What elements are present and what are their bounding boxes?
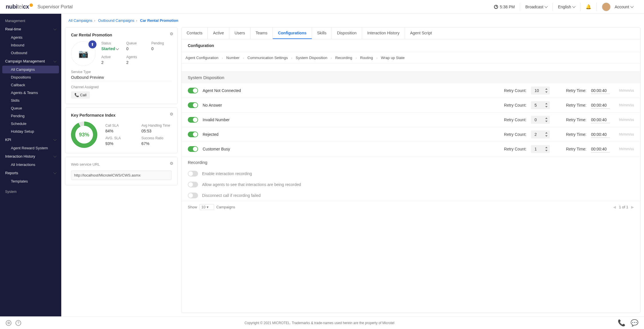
tab-skills[interactable]: Skills: [312, 28, 332, 39]
toggle[interactable]: [188, 102, 198, 108]
sidebar-item-pending[interactable]: Pending: [0, 112, 61, 120]
toggle[interactable]: [188, 132, 198, 137]
tab-active[interactable]: Active: [208, 28, 229, 39]
retry-time-input[interactable]: 00:00:40: [591, 146, 610, 152]
sidebar-item-agents-teams[interactable]: Agents & Teams: [0, 89, 61, 97]
sidebar-section-realtime[interactable]: Real-time: [0, 25, 61, 34]
disp-row-agent-not-connected: Agent Not Connected Retry Count: 10 Retr…: [181, 83, 640, 98]
help-icon[interactable]: ?: [15, 320, 21, 326]
toggle[interactable]: [188, 146, 198, 152]
toggle[interactable]: [188, 171, 198, 177]
language-label: English: [558, 5, 571, 9]
settings-icon[interactable]: ⚙: [6, 320, 11, 326]
subtab-number[interactable]: Number: [226, 56, 240, 60]
crumb-all[interactable]: All Campaigns: [68, 18, 92, 23]
page-size-select[interactable]: 10 ▾: [199, 204, 214, 210]
chat-icon[interactable]: 💬: [631, 319, 638, 327]
chevron-down-icon: [53, 171, 56, 174]
kpi-card: Key Performance Index ⚙ 93% Call SLA84% …: [65, 107, 178, 153]
section-label: Interaction History: [5, 154, 35, 158]
call-sla-label: Call SLA: [105, 124, 136, 128]
tab-contacts[interactable]: Contacts: [181, 28, 208, 39]
upload-icon[interactable]: ⬆: [88, 40, 96, 48]
time-format-hint: hh/mm/ss: [615, 147, 634, 151]
spacer: [181, 64, 640, 72]
show-label: Show: [188, 205, 197, 209]
sidebar-section-reports[interactable]: Reports: [0, 169, 61, 177]
sidebar-item-all-interactions[interactable]: All Interactions: [0, 161, 61, 169]
chevron-down-icon: [572, 5, 576, 8]
language-menu[interactable]: English: [552, 3, 580, 11]
subtab-routing[interactable]: Routing: [360, 56, 373, 60]
tab-disposition[interactable]: Disposition: [332, 28, 362, 39]
sidebar-item-agent-reward[interactable]: Agent Reward System: [0, 144, 61, 152]
next-page-button[interactable]: ▶: [631, 205, 634, 209]
account-menu[interactable]: Account: [596, 3, 638, 11]
disp-row-rejected: Rejected Retry Count: 2 Retry Time: 00:0…: [181, 127, 640, 142]
retry-count-stepper[interactable]: 10: [531, 87, 550, 95]
subtab-system-disposition[interactable]: System Disposition: [296, 56, 327, 60]
web-url-input[interactable]: [71, 171, 172, 180]
sidebar-item-holiday[interactable]: Holiday Setup: [0, 128, 61, 135]
chevron-down-icon: [53, 59, 56, 62]
sidebar-item-callback[interactable]: Callback: [0, 81, 61, 89]
channel-label: Channel Assigned: [71, 85, 172, 89]
sidebar-item-agents[interactable]: Agents: [0, 34, 61, 41]
disp-name: Agent Not Connected: [203, 88, 499, 93]
status-label: Status: [101, 41, 122, 45]
sidebar-section-history[interactable]: Interaction History: [0, 152, 61, 161]
page-indicator: 1 of 1: [619, 205, 628, 209]
gear-icon[interactable]: ⚙: [170, 32, 173, 36]
sidebar-item-inbound[interactable]: Inbound: [0, 41, 61, 49]
toggle[interactable]: [188, 193, 198, 198]
sidebar-item-all-campaigns[interactable]: All Campaigns: [2, 66, 59, 73]
prev-page-button[interactable]: ◀: [613, 205, 616, 209]
subtab-agent-config[interactable]: Agent Configuration: [185, 56, 218, 60]
agents-label: Agents: [126, 55, 147, 59]
retry-count-stepper[interactable]: 0: [531, 116, 550, 124]
retry-time-label: Retry Time:: [566, 147, 586, 151]
retry-time-input[interactable]: 00:00:40: [591, 131, 610, 138]
rec-row-allow-agents: Allow agents to see that interactions ar…: [181, 179, 640, 190]
tab-configurations[interactable]: Configurations: [273, 28, 312, 39]
sidebar-item-skills[interactable]: Skills: [0, 97, 61, 104]
sidebar-item-schedule[interactable]: Schedule: [0, 120, 61, 128]
rec-row-enable: Enable interaction recording: [181, 168, 640, 179]
subtab-comm-settings[interactable]: Communication Settings: [248, 56, 288, 60]
toggle[interactable]: [188, 88, 198, 93]
toggle[interactable]: [188, 117, 198, 123]
subtab-wrapup[interactable]: Wrap up State: [381, 56, 405, 60]
subtab-recording[interactable]: Recording: [335, 56, 352, 60]
gear-icon[interactable]: ⚙: [170, 161, 173, 166]
campaign-card: Car Rental Promotion ⚙ 📷⬆ StatusStarted …: [65, 27, 178, 104]
sidebar-item-outbound[interactable]: Outbound: [0, 49, 61, 57]
disp-name: Invalid Number: [203, 117, 499, 122]
tab-interaction-history[interactable]: Interaction History: [362, 28, 405, 39]
tab-users[interactable]: Users: [229, 28, 250, 39]
unit-label: Campaigns: [216, 205, 235, 209]
phone-icon[interactable]: 📞: [618, 319, 625, 327]
sidebar-item-queue[interactable]: Queue: [0, 104, 61, 112]
status-value[interactable]: Started: [101, 46, 122, 51]
retry-count-stepper[interactable]: 1: [531, 145, 550, 153]
tab-agent-script[interactable]: Agent Script: [405, 28, 437, 39]
retry-count-stepper[interactable]: 2: [531, 130, 550, 138]
conf-title: Configuration: [181, 39, 640, 52]
retry-time-input[interactable]: 00:00:40: [591, 87, 610, 94]
sidebar-item-templates[interactable]: Templates: [0, 177, 61, 185]
sidebar-item-dispositions[interactable]: Dispositions: [0, 73, 61, 81]
retry-time-input[interactable]: 00:00:40: [591, 102, 610, 109]
retry-time-input[interactable]: 00:00:40: [591, 117, 610, 123]
retry-count-label: Retry Count:: [504, 88, 527, 93]
notifications-button[interactable]: 🔔: [580, 3, 596, 11]
toggle[interactable]: [188, 182, 198, 187]
broadcast-menu[interactable]: Broadcast: [520, 3, 552, 11]
tab-teams[interactable]: Teams: [250, 28, 273, 39]
crumb-mid[interactable]: Outbound Campaigns: [98, 18, 134, 23]
campaign-image-placeholder[interactable]: 📷⬆: [71, 41, 96, 66]
retry-count-stepper[interactable]: 5: [531, 101, 550, 109]
sidebar-section-campaign[interactable]: Campaign Management: [0, 57, 61, 66]
sidebar-section-kpi[interactable]: KPI: [0, 135, 61, 144]
gear-icon[interactable]: ⚙: [170, 112, 173, 116]
conf-subtabs: Agent Configuration› Number› Communicati…: [181, 52, 640, 64]
